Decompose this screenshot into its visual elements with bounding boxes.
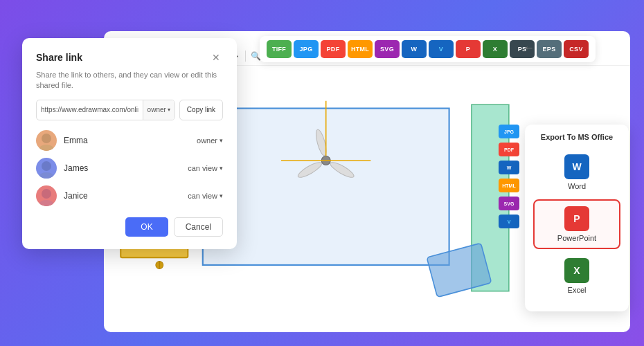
user-info-emma: Emma [36,130,88,151]
export-option-excel[interactable]: X Excel [533,252,620,300]
chip-visio[interactable]: V [429,40,454,58]
cancel-button[interactable]: Cancel [174,217,223,237]
svg-point-22 [42,161,51,171]
modal-title: Share link [36,52,82,63]
link-input-container: owner ▾ [36,100,175,120]
chips-arrow: ← [524,42,535,54]
sidebar-chip-visio[interactable]: V [499,215,519,228]
permission-label: owner [147,106,166,113]
export-chips-container: TIFF JPG PDF HTML SVG W V P X PS EPS CSV [260,36,596,62]
export-panel-title: Export To MS Office [533,133,620,141]
modal-header: Share link ✕ [36,51,223,64]
link-row: owner ▾ Copy link [36,100,223,120]
user-list: Emma owner ▾ James can view ▾ [36,130,223,206]
chevron-down-icon: ▾ [168,107,170,113]
export-option-word[interactable]: W Word [533,148,620,197]
user-info-janice: Janice [36,185,88,206]
chip-jpg[interactable]: JPG [294,40,319,58]
chip-csv[interactable]: CSV [564,40,589,58]
copy-link-button[interactable]: Copy link [179,100,223,120]
permission-dropdown[interactable]: owner ▾ [143,100,175,120]
user-info-james: James [36,158,88,179]
export-option-powerpoint[interactable]: P PowerPoint [533,199,620,249]
close-button[interactable]: ✕ [209,51,223,64]
svg-point-24 [42,189,51,199]
word-label: Word [568,182,586,190]
word-icon: W [564,154,589,179]
svg-point-23 [39,172,54,179]
user-role-emma[interactable]: owner ▾ [197,136,223,145]
user-row-james: James can view ▾ [36,158,223,179]
emma-role-label: owner [197,136,217,145]
chip-tiff[interactable]: TIFF [267,40,292,58]
sidebar-chip-word[interactable]: W [499,161,519,174]
sidebar-chip-html[interactable]: HTML [499,179,519,192]
avatar-janice [36,185,57,206]
modal-footer: OK Cancel [36,217,223,237]
chip-pdf[interactable]: PDF [321,40,346,58]
divider1 [245,51,246,62]
user-name-emma: Emma [64,136,88,145]
avatar-james [36,158,57,179]
avatar-emma [36,130,57,151]
chip-svg[interactable]: SVG [375,40,400,58]
chip-word[interactable]: W [402,40,427,58]
james-role-chevron: ▾ [220,165,223,172]
james-role-label: can view [188,164,217,172]
excel-label: Excel [568,286,587,294]
user-role-james[interactable]: can view ▾ [188,164,223,172]
user-role-janice[interactable]: can view ▾ [188,192,223,200]
user-name-james: James [64,163,88,173]
excel-icon: X [564,258,589,283]
sidebar-chip-pdf[interactable]: PDF [499,143,519,156]
chip-eps[interactable]: EPS [537,40,562,58]
sidebar-chip-svg[interactable]: SVG [499,197,519,210]
svg-point-21 [39,145,54,151]
ppt-label: PowerPoint [557,234,596,242]
chip-ppt[interactable]: P [456,40,481,58]
link-input[interactable] [37,106,143,113]
user-row-emma: Emma owner ▾ [36,130,223,151]
svg-point-20 [42,134,51,143]
janice-role-chevron: ▾ [220,192,223,199]
sidebar-chip-jpg[interactable]: JPG [499,125,519,138]
share-modal: Share link ✕ Share the link to others, a… [22,38,237,249]
chip-excel[interactable]: X [483,40,508,58]
user-row-janice: Janice can view ▾ [36,185,223,206]
user-name-janice: Janice [64,191,88,201]
ok-button[interactable]: OK [125,217,168,237]
export-panel: Export To MS Office W Word P PowerPoint … [525,125,629,311]
left-sidebar-chips: JPG PDF W HTML SVG V [499,125,519,228]
janice-role-label: can view [188,192,217,200]
chip-html[interactable]: HTML [348,40,373,58]
modal-description: Share the link to others, and they can v… [36,70,223,91]
ppt-icon: P [564,206,589,231]
svg-point-25 [39,200,54,206]
emma-role-chevron: ▾ [220,137,223,144]
